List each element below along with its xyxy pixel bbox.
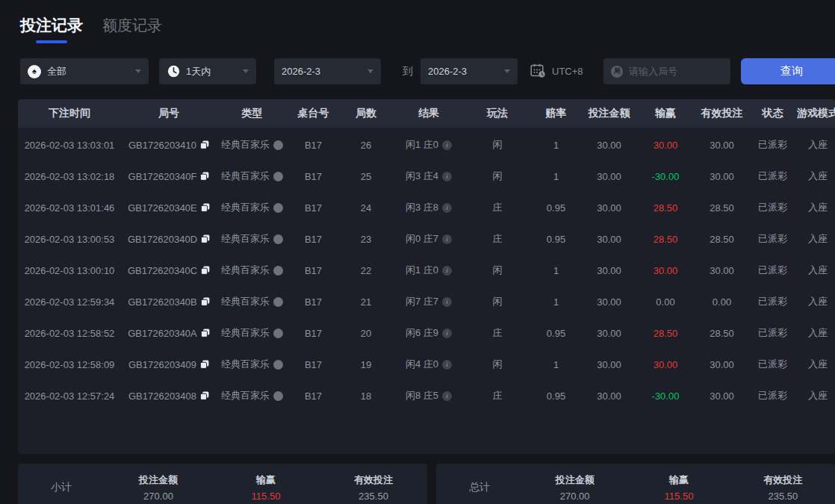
cell-valid-bet: 30.00: [695, 391, 749, 402]
game-type-icon: [273, 329, 283, 338]
game-type-icon: [273, 203, 283, 213]
game-type-icon: [273, 266, 283, 276]
chevron-down-icon: [135, 69, 141, 73]
cell-game-mode: 入座: [796, 138, 835, 152]
query-button[interactable]: 查询: [741, 58, 835, 84]
game-type-icon: [273, 140, 283, 150]
cell-valid-bet: 28.50: [695, 328, 749, 339]
cell-play: 庄: [465, 326, 530, 340]
copy-icon[interactable]: [200, 360, 209, 369]
cell-status: 已派彩: [749, 389, 796, 402]
cell-round-no: 18: [339, 391, 393, 402]
copy-icon[interactable]: [201, 297, 210, 306]
cell-round-id: GB1726203410: [121, 140, 217, 151]
info-icon[interactable]: i: [442, 203, 452, 213]
table-row: 2026-02-03 13:02:18 GB172620340F 经典百家乐 B…: [18, 161, 835, 192]
info-icon[interactable]: i: [442, 234, 452, 244]
cell-odds: 1: [530, 140, 582, 151]
total-label: 总计: [436, 481, 523, 494]
game-type-icon: [273, 297, 283, 307]
tab-bet-records[interactable]: 投注记录: [20, 15, 83, 36]
date-from-picker[interactable]: 2026-2-3: [274, 58, 381, 84]
cell-game-mode: 入座: [796, 169, 835, 183]
cell-result: 闲0 庄7 i: [393, 232, 465, 246]
cell-bet-time: 2026-02-03 13:03:01: [18, 140, 121, 151]
subtotal-valid-bet: 有效投注 235.50: [320, 473, 427, 502]
info-icon[interactable]: i: [442, 391, 452, 401]
cell-bet-amount: 30.00: [582, 265, 636, 276]
cell-round-no: 19: [339, 359, 393, 370]
cell-game-type: 经典百家乐: [217, 264, 288, 277]
game-type-icon: [273, 234, 283, 244]
cell-bet-amount: 30.00: [582, 234, 636, 245]
cell-round-id: GB1726203409: [121, 359, 217, 370]
cell-game-mode: 入座: [796, 358, 835, 371]
cell-game-type: 经典百家乐: [217, 138, 288, 152]
cell-play: 闲: [465, 264, 530, 277]
total-panel: 总计 投注金额 270.00 输赢 115.50 有效投注 235.50: [436, 464, 835, 504]
cell-round-no: 20: [339, 328, 393, 339]
cell-win-loss: 28.50: [636, 328, 695, 339]
info-icon[interactable]: i: [442, 297, 452, 307]
cell-win-loss: 0.00: [636, 296, 695, 308]
cell-status: 已派彩: [749, 264, 796, 277]
cell-round-id: GB1726203408: [121, 391, 217, 402]
cell-bet-time: 2026-02-03 12:59:34: [18, 296, 121, 308]
cell-play: 闲: [465, 295, 530, 308]
info-icon[interactable]: i: [442, 266, 452, 276]
cell-valid-bet: 30.00: [695, 359, 749, 370]
cell-game-mode: 入座: [796, 264, 835, 277]
copy-icon[interactable]: [201, 266, 210, 275]
cell-game-type: 经典百家乐: [217, 295, 288, 308]
cell-game-type: 经典百家乐: [217, 232, 288, 246]
table-row: 2026-02-03 12:58:52 GB172620340A 经典百家乐 B…: [18, 317, 835, 349]
cell-round-id: GB172620340B: [121, 296, 217, 308]
cell-game-type: 经典百家乐: [217, 201, 288, 214]
cell-bet-time: 2026-02-03 12:58:52: [18, 328, 121, 339]
info-icon[interactable]: i: [442, 329, 452, 338]
cell-table-no: B17: [288, 234, 339, 245]
cell-result: 闲8 庄5 i: [393, 389, 465, 402]
info-icon[interactable]: i: [442, 172, 452, 181]
copy-icon[interactable]: [201, 203, 210, 212]
timezone-label: UTC+8: [552, 66, 583, 77]
cell-odds: 0.95: [530, 234, 582, 245]
copy-icon[interactable]: [201, 234, 210, 243]
chevron-down-icon: [367, 69, 373, 73]
cell-valid-bet: 30.00: [695, 171, 749, 182]
timezone-indicator: UTC+8: [530, 63, 583, 78]
cell-result: 闲3 庄8 i: [393, 201, 465, 214]
record-tabs: 投注记录 额度记录: [20, 15, 162, 36]
copy-icon[interactable]: [201, 329, 210, 337]
copy-icon[interactable]: [200, 391, 209, 400]
cell-valid-bet: 30.00: [695, 140, 749, 151]
tab-bet-records-label: 投注记录: [20, 16, 83, 34]
cell-bet-amount: 30.00: [582, 140, 636, 151]
date-to-picker[interactable]: 2026-2-3: [420, 58, 518, 84]
cell-win-loss: -30.00: [636, 391, 695, 402]
cell-win-loss: 30.00: [636, 140, 695, 151]
table-row: 2026-02-03 12:58:09 GB1726203409 经典百家乐 B…: [18, 349, 835, 380]
col-header-round-no: 局数: [339, 107, 393, 120]
cell-game-mode: 入座: [796, 201, 835, 214]
col-header-table-no: 桌台号: [288, 107, 339, 120]
copy-icon[interactable]: [200, 172, 209, 181]
subtotal-label: 小计: [18, 481, 105, 494]
calendar-clock-icon: [530, 63, 546, 78]
col-header-bet-amount: 投注金额: [582, 107, 636, 120]
round-number-input[interactable]: [629, 66, 718, 77]
cell-play: 闲: [465, 169, 530, 183]
cell-status: 已派彩: [749, 295, 796, 308]
tab-quota-records[interactable]: 额度记录: [102, 16, 162, 36]
time-range-select[interactable]: 1天内: [159, 58, 256, 84]
info-icon[interactable]: i: [442, 360, 452, 370]
date-to-label: 到: [403, 65, 413, 78]
info-icon[interactable]: i: [442, 140, 452, 150]
cell-game-type: 经典百家乐: [217, 326, 288, 340]
cell-table-no: B17: [288, 328, 339, 339]
col-header-status: 状态: [749, 107, 796, 120]
filter-bar: ♠ 全部 1天内 2026-2-3 到 2026-2-3: [0, 58, 835, 84]
cell-status: 已派彩: [749, 358, 796, 371]
copy-icon[interactable]: [200, 140, 209, 149]
game-type-select[interactable]: ♠ 全部: [20, 58, 149, 84]
